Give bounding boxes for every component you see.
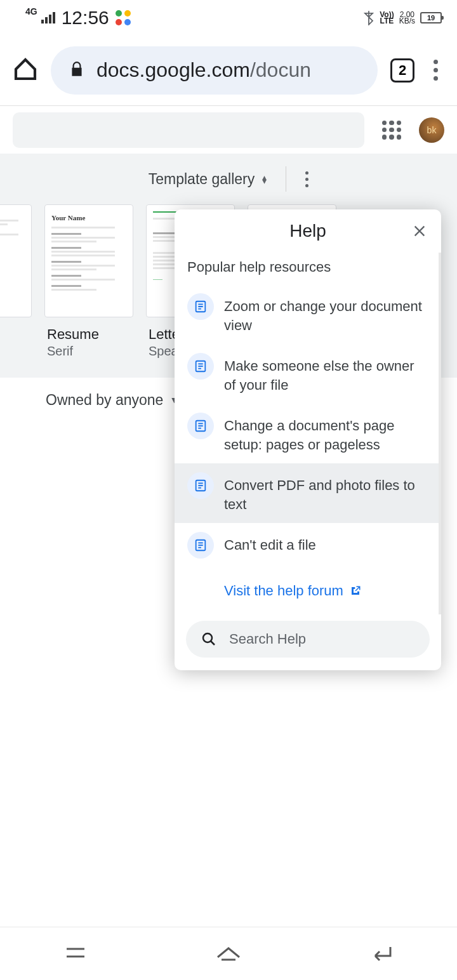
help-dialog: Help Popular help resources Zoom or chan…: [175, 209, 441, 670]
apps-launcher-icon[interactable]: [382, 121, 401, 140]
help-item-text: Make someone else the owner of your file: [224, 353, 426, 395]
gallery-more-menu[interactable]: [305, 171, 308, 187]
help-section-title: Popular help resources: [175, 253, 439, 284]
help-header: Help: [175, 209, 441, 253]
docs-search[interactable]: [13, 112, 364, 148]
search-icon: [201, 632, 216, 647]
external-link-icon: [350, 585, 361, 597]
back-button[interactable]: [369, 943, 394, 965]
status-right: Vo))LTE 2.00KB/s 19: [363, 10, 442, 25]
help-item[interactable]: Change a document's page setup: pages or…: [175, 404, 439, 463]
help-item-text: Zoom or change your document view: [224, 293, 426, 335]
url-bar[interactable]: docs.google.com/docun: [51, 46, 378, 95]
browser-bar: docs.google.com/docun 2: [0, 35, 457, 106]
svg-line-21: [211, 641, 215, 645]
article-icon: [187, 472, 214, 499]
divider: [286, 166, 286, 192]
template-label: Resume Serif: [44, 326, 133, 359]
help-search-placeholder: Search Help: [229, 631, 306, 647]
template-card[interactable]: Your Name: [44, 204, 133, 317]
owner-filter-label: Owned by anyone: [46, 392, 163, 409]
clock-time: 12:56: [62, 7, 109, 29]
network-type: 4G: [25, 6, 37, 17]
help-item-text: Can't edit a file: [224, 532, 316, 555]
avatar[interactable]: bk: [419, 117, 444, 143]
lock-icon: [69, 60, 85, 81]
template-card[interactable]: [0, 204, 32, 317]
svg-point-20: [203, 633, 212, 642]
article-icon: [187, 293, 214, 320]
tab-switcher[interactable]: 2: [390, 58, 414, 83]
unfold-icon[interactable]: ▴▾: [262, 175, 267, 183]
recents-button[interactable]: [63, 944, 88, 964]
status-left: 4G 12:56: [23, 7, 131, 29]
article-icon: [187, 532, 214, 559]
close-button[interactable]: [409, 221, 430, 241]
help-item[interactable]: Can't edit a file: [175, 523, 439, 567]
help-item[interactable]: Convert PDF and photo files to text: [175, 463, 439, 523]
article-icon: [187, 413, 214, 439]
battery-icon: 19: [420, 12, 442, 23]
volte-indicator: Vo))LTE: [380, 11, 394, 24]
bluetooth-icon: [363, 10, 374, 25]
home-nav-button[interactable]: [214, 943, 243, 965]
help-title: Help: [289, 221, 326, 241]
help-forum-text: Visit the help forum: [224, 583, 343, 599]
docs-header: bk: [0, 106, 457, 154]
url-text: docs.google.com/docun: [96, 58, 311, 82]
help-item-text: Change a document's page setup: pages or…: [224, 413, 426, 454]
article-icon: [187, 353, 214, 380]
signal-icon: [41, 12, 55, 23]
help-forum-link[interactable]: Visit the help forum: [175, 567, 439, 614]
speed-indicator: 2.00KB/s: [399, 11, 415, 24]
close-icon: [413, 224, 427, 238]
help-item-text: Convert PDF and photo files to text: [224, 472, 426, 514]
home-button[interactable]: [13, 56, 38, 84]
app-icon: [116, 10, 131, 25]
browser-menu[interactable]: [427, 60, 444, 81]
help-search[interactable]: Search Help: [186, 621, 430, 658]
status-bar: 4G 12:56 Vo))LTE 2.00KB/s 19: [0, 0, 457, 35]
help-item[interactable]: Make someone else the owner of your file: [175, 344, 439, 404]
system-nav-bar: [0, 927, 457, 980]
help-item[interactable]: Zoom or change your document view: [175, 284, 439, 344]
gallery-label[interactable]: Template gallery: [149, 171, 255, 188]
gallery-header: Template gallery ▴▾: [0, 154, 457, 204]
